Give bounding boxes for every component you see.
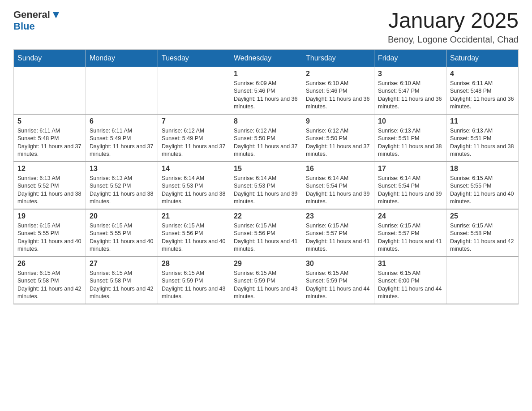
day-number: 11 <box>450 117 515 125</box>
calendar-cell: 12Sunrise: 6:13 AM Sunset: 5:52 PM Dayli… <box>14 162 86 209</box>
calendar-cell: 31Sunrise: 6:15 AM Sunset: 6:00 PM Dayli… <box>374 257 446 304</box>
day-info: Sunrise: 6:12 AM Sunset: 5:49 PM Dayligh… <box>162 127 226 158</box>
day-info: Sunrise: 6:09 AM Sunset: 5:46 PM Dayligh… <box>234 80 298 111</box>
page-title: January 2025 <box>388 9 519 33</box>
day-number: 8 <box>234 117 298 125</box>
day-info: Sunrise: 6:15 AM Sunset: 5:58 PM Dayligh… <box>17 270 82 301</box>
calendar-cell: 18Sunrise: 6:15 AM Sunset: 5:55 PM Dayli… <box>446 162 519 209</box>
calendar-cell: 14Sunrise: 6:14 AM Sunset: 5:53 PM Dayli… <box>158 162 230 209</box>
calendar-cell: 5Sunrise: 6:11 AM Sunset: 5:48 PM Daylig… <box>14 114 86 162</box>
day-info: Sunrise: 6:15 AM Sunset: 5:55 PM Dayligh… <box>17 222 82 253</box>
svg-marker-0 <box>53 12 59 18</box>
day-info: Sunrise: 6:10 AM Sunset: 5:46 PM Dayligh… <box>306 80 370 111</box>
day-number: 20 <box>90 212 154 220</box>
weekday-header-saturday: Saturday <box>446 49 519 67</box>
day-info: Sunrise: 6:15 AM Sunset: 6:00 PM Dayligh… <box>378 270 442 301</box>
day-number: 26 <box>17 260 82 268</box>
calendar-cell: 13Sunrise: 6:13 AM Sunset: 5:52 PM Dayli… <box>86 162 158 209</box>
day-number: 14 <box>162 165 226 173</box>
day-number: 28 <box>162 260 226 268</box>
day-number: 15 <box>234 165 298 173</box>
weekday-header-thursday: Thursday <box>302 49 374 67</box>
calendar-week-row: 5Sunrise: 6:11 AM Sunset: 5:48 PM Daylig… <box>14 114 519 162</box>
calendar-table: SundayMondayTuesdayWednesdayThursdayFrid… <box>13 49 519 304</box>
logo-general-text: General <box>13 9 50 21</box>
day-info: Sunrise: 6:13 AM Sunset: 5:51 PM Dayligh… <box>378 127 442 158</box>
calendar-week-row: 1Sunrise: 6:09 AM Sunset: 5:46 PM Daylig… <box>14 67 519 114</box>
weekday-header-wednesday: Wednesday <box>230 49 302 67</box>
calendar-cell: 10Sunrise: 6:13 AM Sunset: 5:51 PM Dayli… <box>374 114 446 162</box>
calendar-week-row: 12Sunrise: 6:13 AM Sunset: 5:52 PM Dayli… <box>14 162 519 209</box>
day-number: 22 <box>234 212 298 220</box>
day-info: Sunrise: 6:15 AM Sunset: 5:59 PM Dayligh… <box>162 270 226 301</box>
calendar-cell: 25Sunrise: 6:15 AM Sunset: 5:58 PM Dayli… <box>446 209 519 257</box>
day-info: Sunrise: 6:15 AM Sunset: 5:56 PM Dayligh… <box>234 222 298 253</box>
day-number: 17 <box>378 165 442 173</box>
day-info: Sunrise: 6:13 AM Sunset: 5:51 PM Dayligh… <box>450 127 515 158</box>
calendar-cell: 8Sunrise: 6:12 AM Sunset: 5:50 PM Daylig… <box>230 114 302 162</box>
calendar-cell: 1Sunrise: 6:09 AM Sunset: 5:46 PM Daylig… <box>230 67 302 114</box>
day-info: Sunrise: 6:15 AM Sunset: 5:59 PM Dayligh… <box>306 270 370 301</box>
day-number: 13 <box>90 165 154 173</box>
day-number: 21 <box>162 212 226 220</box>
day-info: Sunrise: 6:15 AM Sunset: 5:58 PM Dayligh… <box>90 270 154 301</box>
day-info: Sunrise: 6:14 AM Sunset: 5:54 PM Dayligh… <box>378 175 442 206</box>
calendar-cell <box>86 67 158 114</box>
day-number: 4 <box>450 70 515 78</box>
day-number: 25 <box>450 212 515 220</box>
day-info: Sunrise: 6:15 AM Sunset: 5:59 PM Dayligh… <box>234 270 298 301</box>
day-number: 5 <box>17 117 82 125</box>
page-subtitle: Benoy, Logone Occidental, Chad <box>388 34 519 45</box>
calendar-cell: 23Sunrise: 6:15 AM Sunset: 5:57 PM Dayli… <box>302 209 374 257</box>
weekday-header-friday: Friday <box>374 49 446 67</box>
day-info: Sunrise: 6:13 AM Sunset: 5:52 PM Dayligh… <box>90 175 154 206</box>
calendar-cell: 19Sunrise: 6:15 AM Sunset: 5:55 PM Dayli… <box>14 209 86 257</box>
calendar-cell: 6Sunrise: 6:11 AM Sunset: 5:49 PM Daylig… <box>86 114 158 162</box>
day-info: Sunrise: 6:15 AM Sunset: 5:55 PM Dayligh… <box>90 222 154 253</box>
day-info: Sunrise: 6:10 AM Sunset: 5:47 PM Dayligh… <box>378 80 442 111</box>
calendar-cell: 22Sunrise: 6:15 AM Sunset: 5:56 PM Dayli… <box>230 209 302 257</box>
calendar-cell: 28Sunrise: 6:15 AM Sunset: 5:59 PM Dayli… <box>158 257 230 304</box>
calendar-cell: 2Sunrise: 6:10 AM Sunset: 5:46 PM Daylig… <box>302 67 374 114</box>
calendar-cell: 4Sunrise: 6:11 AM Sunset: 5:48 PM Daylig… <box>446 67 519 114</box>
day-number: 12 <box>17 165 82 173</box>
weekday-header-monday: Monday <box>86 49 158 67</box>
calendar-cell: 29Sunrise: 6:15 AM Sunset: 5:59 PM Dayli… <box>230 257 302 304</box>
calendar-header-row: SundayMondayTuesdayWednesdayThursdayFrid… <box>14 49 519 67</box>
day-info: Sunrise: 6:12 AM Sunset: 5:50 PM Dayligh… <box>306 127 370 158</box>
title-block: January 2025 Benoy, Logone Occidental, C… <box>388 9 519 45</box>
day-number: 3 <box>378 70 442 78</box>
logo-blue-text: Blue <box>13 21 35 32</box>
calendar-cell: 7Sunrise: 6:12 AM Sunset: 5:49 PM Daylig… <box>158 114 230 162</box>
day-number: 19 <box>17 212 82 220</box>
day-info: Sunrise: 6:15 AM Sunset: 5:58 PM Dayligh… <box>450 222 515 253</box>
day-info: Sunrise: 6:13 AM Sunset: 5:52 PM Dayligh… <box>17 175 82 206</box>
day-number: 1 <box>234 70 298 78</box>
day-number: 30 <box>306 260 370 268</box>
calendar-cell <box>446 257 519 304</box>
day-info: Sunrise: 6:11 AM Sunset: 5:48 PM Dayligh… <box>450 80 515 111</box>
weekday-header-sunday: Sunday <box>14 49 86 67</box>
calendar-cell <box>158 67 230 114</box>
day-number: 6 <box>90 117 154 125</box>
day-info: Sunrise: 6:15 AM Sunset: 5:55 PM Dayligh… <box>450 175 515 206</box>
calendar-cell <box>14 67 86 114</box>
day-number: 2 <box>306 70 370 78</box>
day-number: 27 <box>90 260 154 268</box>
day-info: Sunrise: 6:15 AM Sunset: 5:57 PM Dayligh… <box>378 222 442 253</box>
day-number: 18 <box>450 165 515 173</box>
weekday-header-tuesday: Tuesday <box>158 49 230 67</box>
day-info: Sunrise: 6:15 AM Sunset: 5:57 PM Dayligh… <box>306 222 370 253</box>
day-number: 24 <box>378 212 442 220</box>
calendar-cell: 3Sunrise: 6:10 AM Sunset: 5:47 PM Daylig… <box>374 67 446 114</box>
page-header: General Blue January 2025 Benoy, Logone … <box>13 9 519 45</box>
day-info: Sunrise: 6:14 AM Sunset: 5:53 PM Dayligh… <box>234 175 298 206</box>
day-info: Sunrise: 6:11 AM Sunset: 5:49 PM Dayligh… <box>90 127 154 158</box>
logo: General Blue <box>13 9 61 32</box>
calendar-cell: 15Sunrise: 6:14 AM Sunset: 5:53 PM Dayli… <box>230 162 302 209</box>
day-info: Sunrise: 6:11 AM Sunset: 5:48 PM Dayligh… <box>17 127 82 158</box>
calendar-cell: 17Sunrise: 6:14 AM Sunset: 5:54 PM Dayli… <box>374 162 446 209</box>
day-info: Sunrise: 6:12 AM Sunset: 5:50 PM Dayligh… <box>234 127 298 158</box>
day-number: 7 <box>162 117 226 125</box>
day-info: Sunrise: 6:15 AM Sunset: 5:56 PM Dayligh… <box>162 222 226 253</box>
